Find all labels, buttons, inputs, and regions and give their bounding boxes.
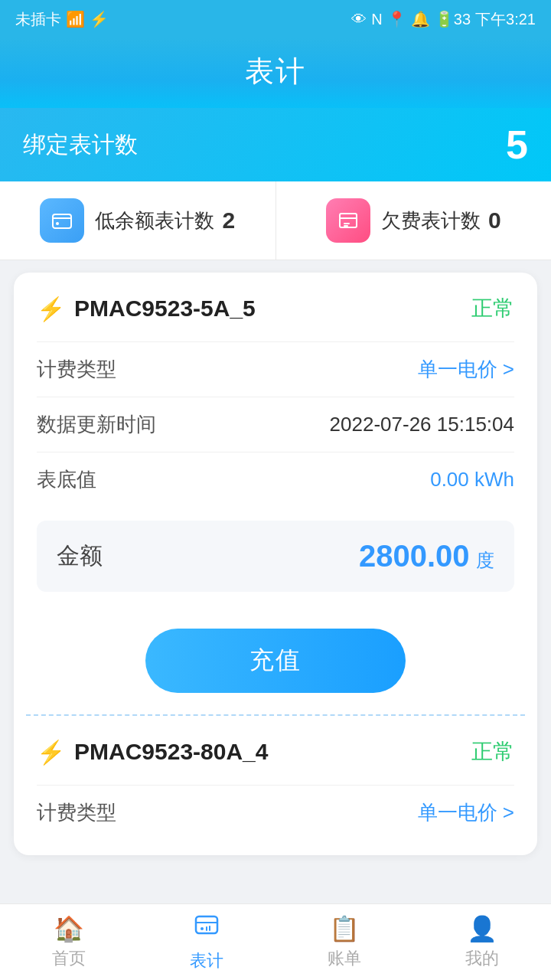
status-sim: 未插卡 <box>15 9 61 30</box>
status-time: 下午3:21 <box>475 9 536 30</box>
meter-1-charge-type-row[interactable]: 计费类型 单一电价 > <box>37 341 514 397</box>
page-title: 表计 <box>0 52 551 91</box>
meter-2-id: PMAC9523-80A_4 <box>74 739 268 765</box>
bill-icon: 📋 <box>329 914 360 943</box>
nav-label-home: 首页 <box>52 947 86 970</box>
nav-label-meter: 表计 <box>190 949 223 972</box>
meter-1-amount-box: 金额 2800.00 度 <box>37 521 514 592</box>
nav-item-mine[interactable]: 👤 我的 <box>413 904 551 980</box>
status-battery: 🔋33 <box>435 10 471 28</box>
meter-2-charge-type-label: 计费类型 <box>37 799 116 826</box>
arrears-label: 欠费表计数 <box>381 207 481 234</box>
meter-1-amount-value: 2800.00 <box>359 539 470 573</box>
meter-2-status: 正常 <box>471 737 514 766</box>
arrears-text: 欠费表计数 0 <box>381 207 501 234</box>
status-eye-icon: 👁 <box>351 11 367 28</box>
status-bar: 未插卡 📶 ⚡ 👁 N 📍 🔔 🔋33 下午3:21 <box>0 0 551 38</box>
svg-rect-4 <box>340 214 357 227</box>
low-balance-text: 低余额表计数 2 <box>95 207 235 234</box>
meter-2-charge-type-value[interactable]: 单一电价 > <box>418 799 514 826</box>
header: 表计 <box>0 38 551 108</box>
nav-item-meter[interactable]: 表计 <box>138 904 276 980</box>
nav-item-bill[interactable]: 📋 账单 <box>276 904 413 980</box>
status-right: 👁 N 📍 🔔 🔋33 下午3:21 <box>351 9 536 30</box>
status-left: 未插卡 📶 ⚡ <box>15 9 109 30</box>
meter-1-amount-unit: 度 <box>476 550 494 570</box>
meter-1-amount-label: 金额 <box>57 541 103 572</box>
meter-card-2-inner: ⚡ PMAC9523-80A_4 正常 计费类型 单一电价 > <box>14 716 537 855</box>
status-usb-icon: ⚡ <box>90 10 109 28</box>
nav-item-home[interactable]: 🏠 首页 <box>0 904 138 980</box>
meter-2-id-row: ⚡ PMAC9523-80A_4 <box>37 739 268 766</box>
low-balance-label: 低余额表计数 <box>95 207 214 234</box>
meter-card-1-inner: ⚡ PMAC9523-5A_5 正常 计费类型 单一电价 > 数据更新时间 20… <box>14 273 537 610</box>
binding-label: 绑定表计数 <box>23 129 138 161</box>
status-wifi-icon: 📶 <box>66 10 85 28</box>
meter-2-lightning-icon: ⚡ <box>37 739 65 766</box>
mine-icon: 👤 <box>467 914 497 943</box>
scroll-area: ⚡ PMAC9523-5A_5 正常 计费类型 单一电价 > 数据更新时间 20… <box>0 260 551 903</box>
status-nfc-icon: N <box>371 11 382 28</box>
binding-count: 5 <box>506 125 528 165</box>
low-balance-count: 2 <box>222 207 235 234</box>
meter-nav-icon <box>193 912 220 946</box>
meter-2-charge-type-row[interactable]: 计费类型 单一电价 > <box>37 785 514 840</box>
svg-rect-1 <box>53 214 71 228</box>
status-location-icon: 📍 <box>387 10 406 28</box>
meter-1-amount-value-wrap: 2800.00 度 <box>359 539 494 573</box>
nav-label-bill: 账单 <box>328 947 361 970</box>
low-balance-icon <box>40 198 84 243</box>
meter-1-recharge-wrap: 充值 <box>14 610 537 714</box>
arrears-stat[interactable]: 欠费表计数 0 <box>276 181 552 260</box>
status-alarm-icon: 🔔 <box>411 10 430 28</box>
meter-1-value-row: 表底值 0.00 kWh <box>37 452 514 507</box>
meter-1-charge-type-value[interactable]: 单一电价 > <box>418 356 514 383</box>
meter-1-update-time-value: 2022-07-26 15:15:04 <box>330 413 514 436</box>
nav-label-mine: 我的 <box>465 947 499 970</box>
meter-1-lightning-icon: ⚡ <box>37 296 65 322</box>
meter-card-1: ⚡ PMAC9523-5A_5 正常 计费类型 单一电价 > 数据更新时间 20… <box>14 273 537 855</box>
meter-1-update-time-label: 数据更新时间 <box>37 411 156 438</box>
binding-bar: 绑定表计数 5 <box>0 108 551 181</box>
bottom-nav: 🏠 首页 表计 📋 账单 👤 我的 <box>0 903 551 980</box>
svg-point-2 <box>56 222 59 225</box>
meter-1-header: ⚡ PMAC9523-5A_5 正常 <box>37 294 514 323</box>
home-icon: 🏠 <box>54 914 84 943</box>
recharge-button-1[interactable]: 充值 <box>145 629 406 693</box>
meter-1-charge-type-label: 计费类型 <box>37 356 116 383</box>
meter-1-value: 0.00 kWh <box>430 468 514 492</box>
arrears-count: 0 <box>488 207 501 234</box>
meter-2-header: ⚡ PMAC9523-80A_4 正常 <box>37 737 514 766</box>
meter-1-id: PMAC9523-5A_5 <box>74 296 256 322</box>
svg-point-6 <box>201 927 204 930</box>
low-balance-stat[interactable]: 低余额表计数 2 <box>0 181 276 260</box>
meter-1-value-label: 表底值 <box>37 466 96 493</box>
arrears-icon <box>326 198 370 243</box>
stats-row: 低余额表计数 2 欠费表计数 0 <box>0 181 551 260</box>
meter-1-update-time-row: 数据更新时间 2022-07-26 15:15:04 <box>37 397 514 452</box>
meter-1-status: 正常 <box>471 294 514 323</box>
meter-1-id-row: ⚡ PMAC9523-5A_5 <box>37 296 256 322</box>
